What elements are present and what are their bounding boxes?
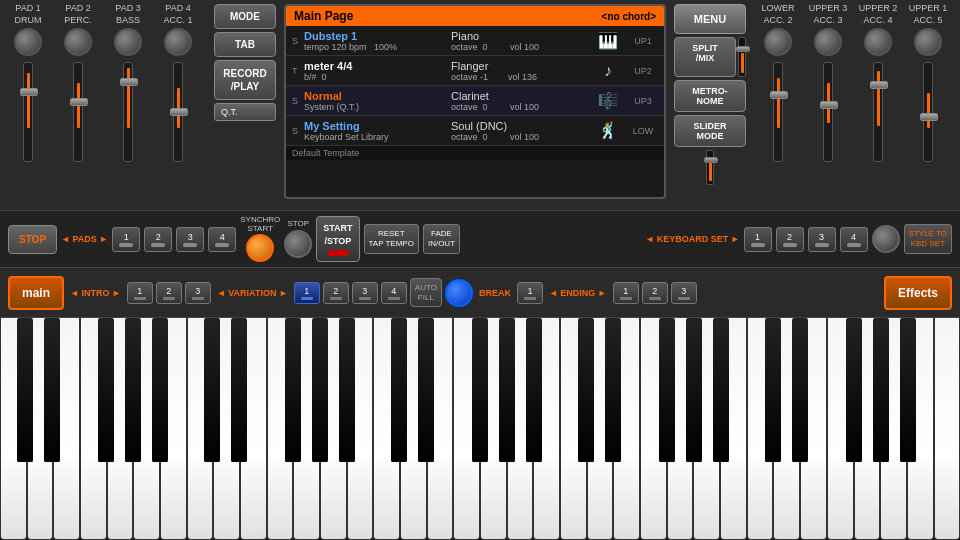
qt-button[interactable]: Q.T.	[214, 103, 276, 121]
fade-button[interactable]: FADEIN/OUT	[423, 224, 460, 253]
pad-4-knob[interactable]	[164, 28, 192, 56]
white-key-9[interactable]	[213, 318, 240, 540]
white-key-30[interactable]	[773, 318, 800, 540]
kbd-num-3[interactable]: 3	[808, 227, 836, 252]
white-key-35[interactable]	[907, 318, 934, 540]
white-key-15[interactable]	[373, 318, 400, 540]
variation-btn-3[interactable]: 3	[352, 282, 378, 304]
white-key-29[interactable]	[747, 318, 774, 540]
intro-btn-3[interactable]: 3	[185, 282, 211, 304]
white-key-12[interactable]	[293, 318, 320, 540]
right-2-thumb[interactable]	[820, 101, 838, 109]
white-key-19[interactable]	[480, 318, 507, 540]
start-stop-button[interactable]: START/STOP	[316, 216, 359, 261]
display-row-2[interactable]: T meter 4/4 b/# 0 Flanger octave -1 vol …	[286, 56, 664, 86]
break-btn-1[interactable]: 1	[517, 282, 543, 304]
white-key-20[interactable]	[507, 318, 534, 540]
white-key-6[interactable]	[133, 318, 160, 540]
white-key-18[interactable]	[453, 318, 480, 540]
kbd-num-2[interactable]: 2	[776, 227, 804, 252]
menu-button[interactable]: MENU	[674, 4, 746, 34]
kbd-round-btn[interactable]	[872, 225, 900, 253]
pad-1-thumb[interactable]	[20, 88, 38, 96]
white-key-1[interactable]	[0, 318, 27, 540]
variation-btn-2[interactable]: 2	[323, 282, 349, 304]
white-key-5[interactable]	[107, 318, 134, 540]
slider-mode-button[interactable]: SLIDERMODE	[674, 115, 746, 147]
auto-fill-round[interactable]	[445, 279, 473, 307]
split-mix-button[interactable]: SPLIT/MIX	[674, 37, 736, 77]
white-key-7[interactable]	[160, 318, 187, 540]
white-key-24[interactable]	[613, 318, 640, 540]
white-key-13[interactable]	[320, 318, 347, 540]
pad-2-thumb[interactable]	[70, 98, 88, 106]
kbd-num-1[interactable]: 1	[744, 227, 772, 252]
white-key-36[interactable]	[934, 318, 960, 540]
white-key-26[interactable]	[667, 318, 694, 540]
white-key-23[interactable]	[587, 318, 614, 540]
right-4-thumb[interactable]	[920, 113, 938, 121]
white-key-27[interactable]	[693, 318, 720, 540]
variation-btn-4[interactable]: 4	[381, 282, 407, 304]
white-key-2[interactable]	[27, 318, 54, 540]
white-key-33[interactable]	[854, 318, 881, 540]
right-4-knob[interactable]	[914, 28, 942, 56]
split-fader-thumb[interactable]	[736, 46, 750, 52]
white-key-17[interactable]	[427, 318, 454, 540]
synchro-stop-button[interactable]	[284, 230, 312, 258]
right-4-fader[interactable]	[923, 62, 933, 162]
tab-button[interactable]: TAB	[214, 32, 276, 57]
white-key-16[interactable]	[400, 318, 427, 540]
record-play-button[interactable]: RECORD /PLAY	[214, 60, 276, 100]
pad-1-knob[interactable]	[14, 28, 42, 56]
right-2-knob[interactable]	[814, 28, 842, 56]
pad-2-fader[interactable]	[73, 62, 83, 162]
right-1-knob[interactable]	[764, 28, 792, 56]
pad-4-fader[interactable]	[173, 62, 183, 162]
pad-3-knob[interactable]	[114, 28, 142, 56]
pad-num-1[interactable]: 1	[112, 227, 140, 252]
kbd-num-4[interactable]: 4	[840, 227, 868, 252]
slider-mode-fader[interactable]	[706, 150, 714, 185]
pad-num-2[interactable]: 2	[144, 227, 172, 252]
white-key-31[interactable]	[800, 318, 827, 540]
right-1-thumb[interactable]	[770, 91, 788, 99]
pad-3-fader[interactable]	[123, 62, 133, 162]
synchro-start-button[interactable]	[246, 234, 274, 262]
stop-button[interactable]: STOP	[8, 225, 57, 254]
auto-fill-button[interactable]: AUTOFILL	[410, 278, 442, 307]
white-key-14[interactable]	[347, 318, 374, 540]
pad-2-knob[interactable]	[64, 28, 92, 56]
variation-btn-1[interactable]: 1	[294, 282, 320, 304]
reset-button[interactable]: RESETTAP TEMPO	[364, 224, 419, 253]
ending-btn-1[interactable]: 1	[613, 282, 639, 304]
pad-4-thumb[interactable]	[170, 108, 188, 116]
style-to-kbd-button[interactable]: STYLE TOKBD SET	[904, 224, 952, 253]
intro-btn-2[interactable]: 2	[156, 282, 182, 304]
pad-num-3[interactable]: 3	[176, 227, 204, 252]
white-key-4[interactable]	[80, 318, 107, 540]
white-key-10[interactable]	[240, 318, 267, 540]
display-row-1[interactable]: S Dubstep 1 tempo 120 bpm 100% Piano oct…	[286, 26, 664, 56]
white-key-28[interactable]	[720, 318, 747, 540]
main-button[interactable]: main	[8, 276, 64, 310]
right-3-thumb[interactable]	[870, 81, 888, 89]
intro-btn-1[interactable]: 1	[127, 282, 153, 304]
pad-num-4[interactable]: 4	[208, 227, 236, 252]
white-key-22[interactable]	[560, 318, 587, 540]
white-key-11[interactable]	[267, 318, 294, 540]
ending-btn-3[interactable]: 3	[671, 282, 697, 304]
pad-3-thumb[interactable]	[120, 78, 138, 86]
white-key-3[interactable]	[53, 318, 80, 540]
display-row-4[interactable]: S My Setting Keyboard Set Library Soul (…	[286, 116, 664, 146]
white-key-32[interactable]	[827, 318, 854, 540]
right-2-fader[interactable]	[823, 62, 833, 162]
white-key-21[interactable]	[533, 318, 560, 540]
white-key-8[interactable]	[187, 318, 214, 540]
right-3-knob[interactable]	[864, 28, 892, 56]
right-1-fader[interactable]	[773, 62, 783, 162]
metronome-button[interactable]: METRO-NOME	[674, 80, 746, 112]
mode-button[interactable]: MODE	[214, 4, 276, 29]
right-3-fader[interactable]	[873, 62, 883, 162]
ending-btn-2[interactable]: 2	[642, 282, 668, 304]
